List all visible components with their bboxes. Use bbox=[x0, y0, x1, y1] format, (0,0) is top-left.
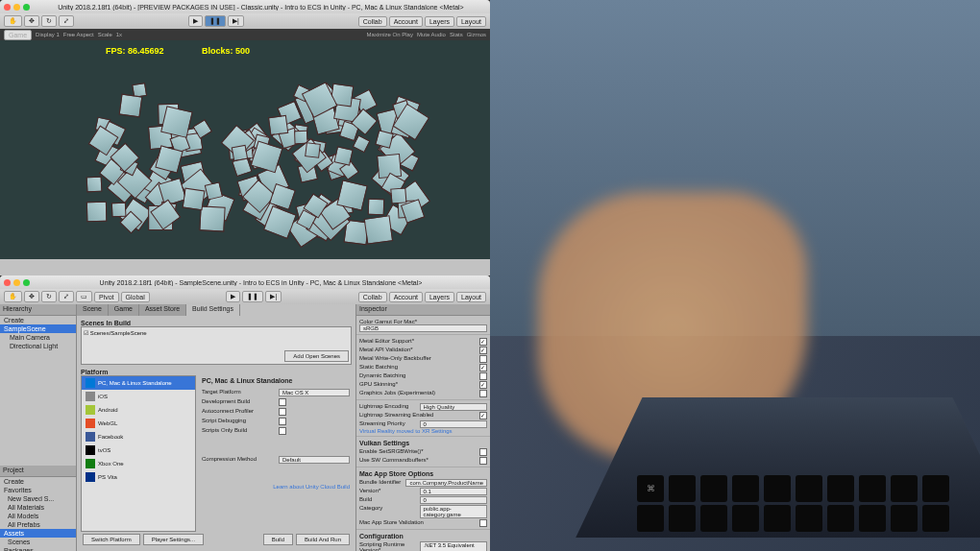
checkbox[interactable] bbox=[479, 372, 487, 380]
scene-root[interactable]: SampleScene bbox=[0, 324, 76, 333]
checkbox[interactable] bbox=[479, 338, 487, 346]
platform-xbox[interactable]: Xbox One bbox=[82, 457, 195, 470]
pivot-toggle[interactable]: Pivot bbox=[94, 292, 119, 302]
platform-android[interactable]: Android bbox=[82, 403, 195, 417]
validation-checkbox[interactable] bbox=[479, 519, 487, 527]
game-tab[interactable]: Game bbox=[109, 304, 139, 316]
maximize-icon[interactable] bbox=[23, 4, 30, 11]
platform-webgl[interactable]: WebGL bbox=[82, 417, 195, 430]
play-button[interactable]: ▶ bbox=[188, 15, 203, 27]
close-icon[interactable] bbox=[4, 4, 11, 11]
minimize-icon[interactable] bbox=[13, 279, 20, 286]
script-debug-checkbox[interactable] bbox=[279, 418, 286, 425]
srgb-checkbox[interactable] bbox=[479, 448, 487, 456]
inspector-tab[interactable]: Inspector bbox=[356, 304, 490, 316]
runtime-version-dropdown[interactable]: .NET 3.5 Equivalent bbox=[420, 541, 488, 552]
target-platform-dropdown[interactable]: Mac OS X bbox=[279, 389, 350, 396]
platform-psvita[interactable]: PS Vita bbox=[82, 470, 195, 484]
minimize-icon[interactable] bbox=[13, 4, 20, 11]
switch-platform-button[interactable]: Switch Platform bbox=[83, 534, 140, 545]
category-field[interactable]: public.app-category.game bbox=[420, 505, 488, 518]
collab-dropdown[interactable]: Collab bbox=[358, 292, 387, 302]
scripts-only-checkbox[interactable] bbox=[279, 427, 286, 435]
cloud-build-link[interactable]: Learn about Unity Cloud Build bbox=[202, 484, 350, 490]
checkbox[interactable] bbox=[479, 355, 487, 363]
platform-tvos[interactable]: tvOS bbox=[82, 443, 195, 457]
checkbox[interactable] bbox=[479, 347, 487, 354]
window2-titlebar[interactable]: Unity 2018.2.18f1 (64bit) - SampleScene.… bbox=[0, 276, 490, 289]
mute-toggle[interactable]: Mute Audio bbox=[417, 32, 446, 37]
display-dropdown[interactable]: Display 1 bbox=[36, 32, 60, 37]
create-dropdown[interactable]: Create bbox=[0, 477, 76, 486]
lightmap-enc-dropdown[interactable]: High Quality bbox=[420, 403, 488, 411]
platform-pc[interactable]: PC, Mac & Linux Standalone bbox=[82, 376, 195, 390]
player-settings-button[interactable]: Player Settings... bbox=[143, 534, 204, 545]
layout-dropdown[interactable]: Layout bbox=[456, 16, 486, 27]
step-button[interactable]: ▶| bbox=[228, 15, 244, 27]
autoconnect-checkbox[interactable] bbox=[279, 408, 286, 416]
scale-value[interactable]: 1x bbox=[116, 32, 122, 37]
assetstore-tab[interactable]: Asset Store bbox=[139, 304, 186, 316]
account-dropdown[interactable]: Account bbox=[389, 292, 423, 302]
version-field[interactable]: 0.1 bbox=[420, 488, 488, 495]
checkbox[interactable] bbox=[479, 390, 487, 397]
maximize-icon[interactable] bbox=[23, 279, 30, 286]
rect-tool[interactable]: ▭ bbox=[76, 291, 92, 302]
dev-build-checkbox[interactable] bbox=[279, 398, 286, 406]
project-item[interactable]: New Saved S... bbox=[0, 494, 76, 503]
hierarchy-item[interactable]: Main Camera bbox=[0, 333, 76, 342]
compression-dropdown[interactable]: Default bbox=[279, 456, 350, 464]
account-dropdown[interactable]: Account bbox=[389, 16, 423, 27]
project-item[interactable]: All Models bbox=[0, 512, 76, 520]
checkbox[interactable] bbox=[479, 364, 487, 371]
hand-tool[interactable]: ✋ bbox=[4, 291, 22, 302]
build-field[interactable]: 0 bbox=[420, 496, 488, 504]
global-toggle[interactable]: Global bbox=[121, 292, 150, 302]
bundle-id-field[interactable]: com.Company.ProductName bbox=[405, 479, 487, 487]
build-and-run-button[interactable]: Build And Run bbox=[296, 534, 350, 545]
hierarchy-item[interactable]: Directional Light bbox=[0, 342, 76, 350]
build-button[interactable]: Build bbox=[263, 534, 293, 545]
create-dropdown[interactable]: Create bbox=[0, 316, 76, 324]
pause-button[interactable]: ❚❚ bbox=[242, 291, 263, 302]
scene-entry[interactable]: ☑ Scenes/SampleScene bbox=[84, 329, 349, 336]
hand-tool[interactable]: ✋ bbox=[4, 15, 22, 27]
platform-ios[interactable]: iOS bbox=[82, 390, 195, 403]
pause-button[interactable]: ❚❚ bbox=[205, 15, 226, 27]
move-tool[interactable]: ✥ bbox=[24, 15, 39, 27]
layers-dropdown[interactable]: Layers bbox=[425, 292, 454, 302]
buildsettings-tab[interactable]: Build Settings bbox=[186, 304, 240, 316]
color-gamut-dropdown[interactable]: sRGB bbox=[359, 324, 487, 332]
project-item[interactable]: All Materials bbox=[0, 503, 76, 512]
stream-priority-field[interactable]: 0 bbox=[420, 420, 488, 428]
hierarchy-tab[interactable]: Hierarchy bbox=[0, 304, 76, 316]
sw-cmdbuf-checkbox[interactable] bbox=[479, 457, 487, 465]
scale-tool[interactable]: ⤢ bbox=[59, 15, 74, 27]
maximize-toggle[interactable]: Maximize On Play bbox=[367, 32, 413, 37]
assets-folder[interactable]: Assets bbox=[0, 529, 76, 538]
lightmap-stream-checkbox[interactable] bbox=[479, 412, 487, 419]
layers-dropdown[interactable]: Layers bbox=[425, 16, 454, 27]
rotate-tool[interactable]: ↻ bbox=[41, 291, 57, 302]
move-tool[interactable]: ✥ bbox=[24, 291, 39, 302]
aspect-dropdown[interactable]: Free Aspect bbox=[63, 32, 94, 37]
favorites[interactable]: Favorites bbox=[0, 486, 76, 494]
play-button[interactable]: ▶ bbox=[226, 291, 240, 302]
window1-titlebar[interactable]: Unity 2018.2.18f1 (64bit) - [PREVIEW PAC… bbox=[0, 0, 490, 13]
layout-dropdown[interactable]: Layout bbox=[456, 292, 486, 302]
scale-tool[interactable]: ⤢ bbox=[59, 291, 74, 302]
step-button[interactable]: ▶| bbox=[265, 291, 282, 302]
packages-folder[interactable]: Packages bbox=[0, 546, 76, 551]
project-tab[interactable]: Project bbox=[0, 466, 76, 477]
stats-toggle[interactable]: Stats bbox=[450, 32, 463, 37]
platform-facebook[interactable]: Facebook bbox=[82, 430, 195, 443]
game-tab[interactable]: Game bbox=[4, 30, 32, 40]
close-icon[interactable] bbox=[4, 279, 11, 286]
rotate-tool[interactable]: ↻ bbox=[41, 15, 57, 27]
scenes-folder[interactable]: Scenes bbox=[0, 538, 76, 546]
collab-dropdown[interactable]: Collab bbox=[358, 16, 387, 27]
project-item[interactable]: All Prefabs bbox=[0, 520, 76, 529]
scene-tab[interactable]: Scene bbox=[77, 304, 109, 316]
add-open-scenes-button[interactable]: Add Open Scenes bbox=[284, 350, 349, 362]
vr-settings-link[interactable]: Virtual Reality moved to XR Settings bbox=[359, 428, 487, 434]
